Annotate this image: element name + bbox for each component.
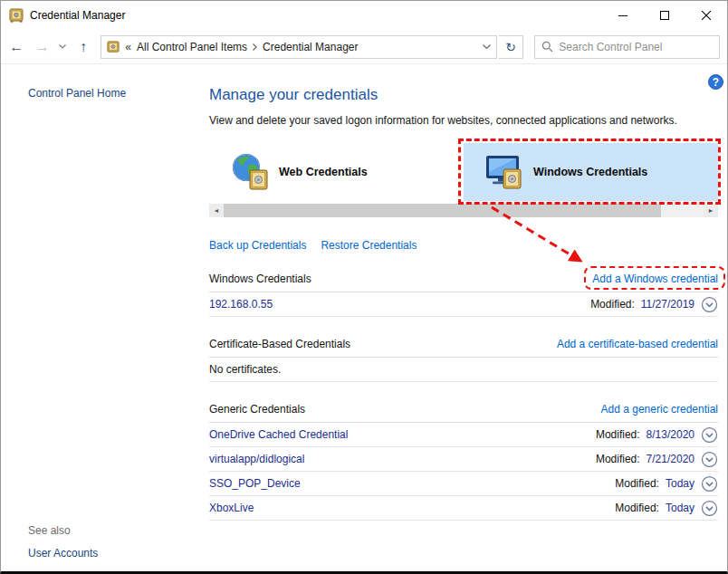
modified-label: Modified: [615,502,659,514]
windows-credentials-section-header: Windows Credentials Add a Windows creden… [209,273,718,292]
close-button[interactable] [685,1,727,30]
chevron-down-icon [59,44,66,49]
page-title: Manage your credentials [209,86,718,104]
main-content: ? Manage your credentials View and delet… [209,64,727,571]
expand-credential-button[interactable] [701,451,718,468]
maximize-button[interactable] [644,1,685,30]
page-description: View and delete your saved logon informa… [209,114,718,127]
expand-credential-button[interactable] [701,426,718,444]
credential-row-192-168-0-55: 192.168.0.55 Modified: 11/27/2019 [209,292,718,317]
window-controls [602,1,727,30]
scrollbar-thumb[interactable] [224,204,661,217]
certificate-credentials-section-header: Certificate-Based Credentials Add a cert… [209,338,718,358]
sidebar-item-user-accounts[interactable]: User Accounts [28,547,98,560]
window-body: Control Panel Home See also User Account… [1,64,727,571]
see-also-label: See also [28,524,71,537]
windows-credentials-icon [485,153,523,191]
modified-date: 11/27/2019 [641,298,694,311]
modified-date: 7/21/2020 [647,453,694,465]
credential-manager-window: Credential Manager ← → ↑ [0,0,728,574]
address-bar[interactable]: « All Control Panel Items Credential Man… [101,35,496,59]
tab-web-credentials-label: Web Credentials [279,166,368,178]
credential-row-virtualapp: virtualapp/didlogical Modified: 7/21/202… [209,447,718,472]
add-certificate-credential-link[interactable]: Add a certificate-based credential [557,338,718,350]
credential-name[interactable]: 192.168.0.55 [209,298,273,311]
navigation-bar: ← → ↑ « All Control Panel Items Credenti… [1,30,727,64]
horizontal-scrollbar[interactable]: ◄ ► [209,204,718,217]
windows-credentials-section-title: Windows Credentials [209,273,311,285]
modified-date: Today [666,502,694,514]
breadcrumb-overflow-icon[interactable]: « [125,41,131,53]
expand-credential-button[interactable] [701,296,718,313]
tab-web-credentials[interactable]: Web Credentials [209,143,464,201]
credential-name[interactable]: XboxLive [209,502,254,514]
credential-row-onedrive: OneDrive Cached Credential Modified: 8/1… [209,423,718,447]
sidebar-item-control-panel-home[interactable]: Control Panel Home [28,87,126,100]
back-icon: ← [9,39,24,55]
modified-label: Modified: [596,428,640,441]
web-credentials-icon [231,153,269,191]
tab-windows-credentials-label: Windows Credentials [533,166,647,178]
expand-credential-button[interactable] [701,475,718,493]
credential-tabs: Web Credentials [209,143,718,201]
modified-label: Modified: [590,298,635,311]
credential-name[interactable]: OneDrive Cached Credential [209,428,348,441]
forward-icon: → [35,39,50,55]
search-input[interactable] [559,41,713,53]
window-title: Credential Manager [30,9,125,22]
add-generic-credential-link[interactable]: Add a generic credential [601,403,718,416]
address-dropdown-icon[interactable] [483,44,491,50]
credential-manager-app-icon [9,8,24,23]
sidebar: Control Panel Home See also User Account… [1,64,209,571]
restore-credentials-link[interactable]: Restore Credentials [321,239,417,252]
modified-date: 8/13/2020 [647,428,694,441]
backup-credentials-link[interactable]: Back up Credentials [209,239,306,252]
forward-button[interactable]: → [31,34,55,60]
refresh-button[interactable]: ↻ [499,35,524,59]
up-button[interactable]: ↑ [72,34,96,60]
help-icon[interactable]: ? [708,74,723,90]
search-box [534,35,720,59]
breadcrumb-separator-icon[interactable] [253,43,257,51]
add-windows-credential-link[interactable]: Add a Windows credential [592,273,718,285]
breadcrumb-all-control-panel-items[interactable]: All Control Panel Items [137,41,247,53]
scroll-left-icon[interactable]: ◄ [209,204,224,217]
credential-row-xboxlive: XboxLive Modified: Today [209,496,718,521]
modified-date: Today [666,477,694,490]
modified-label: Modified: [596,453,640,465]
back-button[interactable]: ← [5,34,29,60]
modified-label: Modified: [615,477,659,490]
scroll-right-icon[interactable]: ► [704,204,718,217]
tab-windows-credentials[interactable]: Windows Credentials [464,143,718,201]
scrollbar-track[interactable] [661,204,704,217]
search-icon [541,41,553,53]
credential-actions: Back up Credentials Restore Credentials [209,239,718,252]
breadcrumb-credential-manager[interactable]: Credential Manager [263,41,358,53]
up-icon: ↑ [80,39,87,55]
credential-name[interactable]: virtualapp/didlogical [209,453,304,465]
recent-pages-dropdown[interactable] [56,34,70,60]
expand-credential-button[interactable] [701,500,718,517]
control-panel-icon [107,41,120,53]
refresh-icon: ↻ [505,40,516,54]
certificate-credentials-section-title: Certificate-Based Credentials [209,338,350,350]
titlebar: Credential Manager [1,1,727,30]
credential-row-sso-pop-device: SSO_POP_Device Modified: Today [209,472,718,496]
no-certificates-message: No certificates. [209,358,718,382]
minimize-button[interactable] [602,1,644,30]
credential-name[interactable]: SSO_POP_Device [209,477,301,490]
generic-credentials-section-title: Generic Credentials [209,403,305,416]
generic-credentials-section-header: Generic Credentials Add a generic creden… [209,403,718,423]
